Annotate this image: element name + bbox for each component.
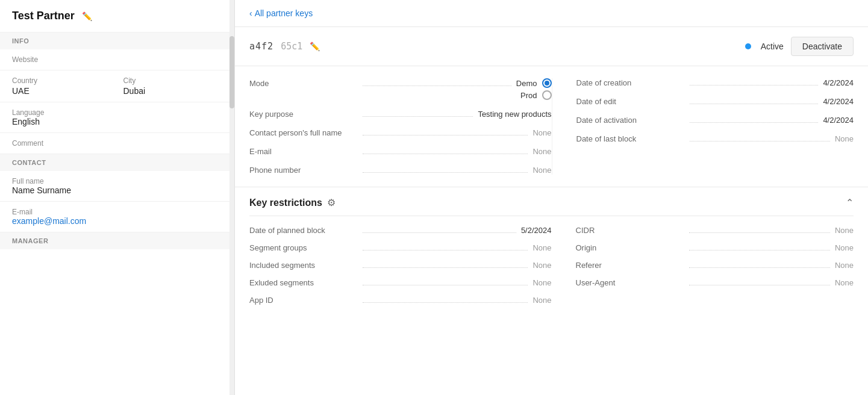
prod-option[interactable]: Prod: [520, 90, 551, 100]
country-value: UAE: [12, 86, 111, 96]
demo-radio[interactable]: [542, 78, 552, 88]
segment-groups-label: Segment groups: [249, 243, 358, 252]
demo-label: Demo: [516, 79, 537, 88]
prod-label: Prod: [520, 91, 537, 100]
key-code-start: a4f2: [249, 41, 273, 52]
user-agent-row: User-Agent None: [576, 278, 854, 287]
phone-dots: [363, 172, 528, 173]
email-label: E-mail: [12, 208, 222, 216]
planned-block-row: Date of planned block 5/2/2024: [249, 226, 552, 235]
right-content: a4f2 65c1 ✏️ Active Deactivate Mode Demo: [235, 27, 868, 395]
segment-groups-row: Segment groups None: [249, 243, 552, 252]
date-edit-row: Date of edit 4/2/2024: [576, 97, 854, 106]
contact-person-value: None: [532, 128, 551, 137]
mode-dots: [363, 86, 511, 86]
key-purpose-row: Key purpose Testing new products: [249, 110, 552, 119]
key-edit-icon[interactable]: ✏️: [310, 42, 320, 51]
left-scrollbar-thumb[interactable]: [229, 36, 234, 108]
fullname-label: Full name: [12, 177, 222, 185]
key-card-header: a4f2 65c1 ✏️ Active Deactivate: [235, 27, 868, 66]
date-activation-dots: [690, 122, 819, 123]
prod-radio[interactable]: [542, 90, 552, 100]
status-dot: [745, 43, 751, 49]
segment-groups-value: None: [532, 243, 551, 252]
date-last-block-row: Date of last block None: [576, 134, 854, 143]
user-agent-value: None: [835, 278, 854, 287]
included-segments-row: Included segments None: [249, 261, 552, 270]
date-creation-label: Date of creation: [576, 78, 685, 87]
contact-person-row: Contact person's full name None: [249, 128, 552, 137]
language-field: Language English: [0, 102, 234, 133]
excluded-segments-row: Exluded segments None: [249, 278, 552, 287]
contact-section-label: CONTACT: [0, 154, 234, 171]
referer-dots: [689, 267, 830, 268]
cidr-row: CIDR None: [576, 226, 854, 235]
info-section-label: INFO: [0, 33, 234, 49]
segment-groups-dots: [363, 250, 528, 250]
origin-label: Origin: [576, 243, 684, 252]
right-panel: ‹ All partner keys a4f2 65c1 ✏️ Active D…: [235, 0, 868, 395]
phone-row: Phone number None: [249, 166, 552, 175]
date-activation-label: Date of activation: [576, 116, 685, 125]
referer-label: Referer: [576, 261, 684, 270]
included-segments-label: Included segments: [249, 261, 358, 270]
user-agent-dots: [689, 285, 830, 285]
phone-label: Phone number: [249, 166, 358, 175]
origin-value: None: [835, 243, 854, 252]
comment-field: Comment: [0, 133, 234, 154]
comment-label: Comment: [12, 139, 222, 148]
referer-row: Referer None: [576, 261, 854, 270]
date-edit-value: 4/2/2024: [823, 97, 854, 106]
country-city-field: Country UAE City Dubai: [0, 70, 234, 102]
excluded-segments-value: None: [532, 278, 551, 287]
chevron-left-icon: ‹: [249, 8, 252, 18]
email-value[interactable]: example@mail.com: [12, 216, 222, 226]
collapse-restrictions-button[interactable]: ⌃: [846, 197, 854, 208]
website-field: Website: [0, 49, 234, 70]
back-link[interactable]: ‹ All partner keys: [249, 8, 313, 18]
app-id-dots: [363, 302, 528, 303]
mode-label: Mode: [249, 79, 358, 88]
deactivate-button[interactable]: Deactivate: [791, 37, 854, 56]
date-activation-value: 4/2/2024: [823, 116, 854, 125]
status-label: Active: [761, 42, 784, 51]
city-label: City: [123, 76, 223, 85]
key-purpose-dots: [363, 116, 473, 117]
key-details-left: Mode Demo Prod: [249, 78, 552, 175]
gear-icon[interactable]: ⚙: [327, 197, 336, 208]
cidr-dots: [689, 232, 830, 233]
email-row: E-mail None: [249, 147, 552, 156]
date-creation-row: Date of creation 4/2/2024: [576, 78, 854, 87]
phone-value: None: [532, 166, 551, 175]
planned-block-value: 5/2/2024: [521, 226, 552, 235]
date-last-block-value: None: [835, 134, 854, 143]
origin-dots: [689, 250, 830, 250]
restrictions-left: Date of planned block 5/2/2024 Segment g…: [249, 226, 552, 305]
restrictions-right: CIDR None Origin None Referer None: [552, 226, 854, 305]
excluded-segments-label: Exluded segments: [249, 278, 358, 287]
origin-row: Origin None: [576, 243, 854, 252]
partner-header: Test Partner ✏️: [0, 0, 234, 33]
app-id-row: App ID None: [249, 296, 552, 305]
key-details: Mode Demo Prod: [235, 66, 868, 187]
cidr-value: None: [835, 226, 854, 235]
country-field: Country UAE: [12, 76, 111, 96]
date-creation-value: 4/2/2024: [823, 78, 854, 87]
city-field: City Dubai: [123, 76, 223, 96]
date-last-block-dots: [690, 141, 830, 142]
date-creation-dots: [690, 85, 819, 86]
email-field: E-mail example@mail.com: [0, 202, 234, 232]
date-activation-row: Date of activation 4/2/2024: [576, 116, 854, 125]
key-details-right: Date of creation 4/2/2024 Date of edit 4…: [552, 78, 854, 175]
country-label: Country: [12, 76, 111, 85]
manager-section-label: MANAGER: [0, 232, 234, 249]
left-panel: Test Partner ✏️ INFO Website Country UAE…: [0, 0, 235, 395]
demo-option[interactable]: Demo: [516, 78, 552, 88]
email-dots: [363, 154, 528, 154]
edit-partner-button[interactable]: ✏️: [81, 10, 93, 22]
partner-title: Test Partner: [12, 10, 75, 22]
website-label: Website: [12, 55, 222, 64]
fullname-field: Full name Name Surname: [0, 171, 234, 202]
left-scrollbar-track[interactable]: [229, 0, 234, 395]
restrictions-header: Key restrictions ⚙ ⌃: [249, 187, 854, 216]
